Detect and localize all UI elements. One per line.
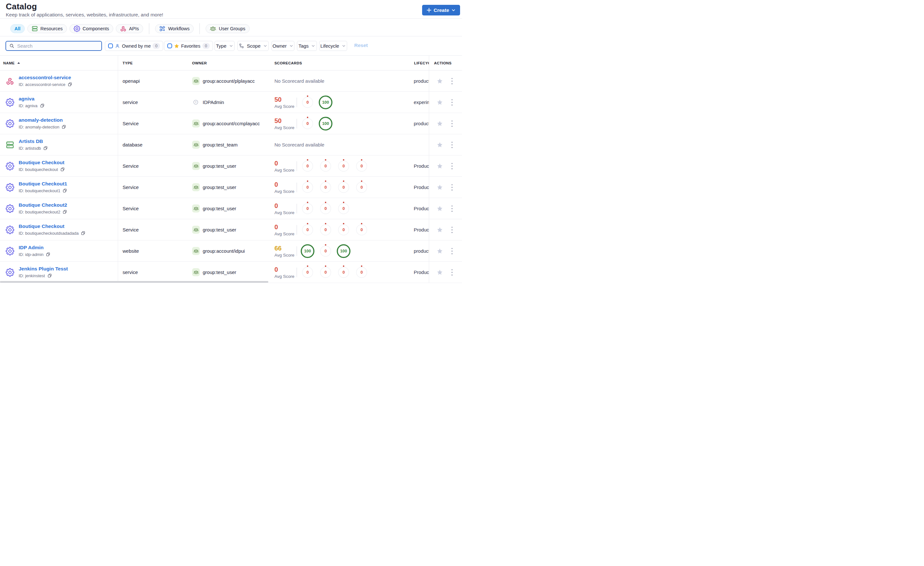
scorecard-circle[interactable]: 100 bbox=[336, 244, 351, 259]
copy-icon[interactable] bbox=[40, 103, 45, 108]
kebab-menu-button[interactable] bbox=[450, 247, 454, 255]
kebab-menu-button[interactable] bbox=[450, 162, 454, 170]
scorecard-circle[interactable]: 100 bbox=[300, 244, 315, 259]
copy-icon[interactable] bbox=[60, 167, 65, 172]
avg-score-value: 0 bbox=[274, 223, 297, 230]
kebab-menu-button[interactable] bbox=[450, 184, 454, 191]
scorecard-circle[interactable]: 0 bbox=[318, 180, 333, 195]
scorecard-circle[interactable]: 0 bbox=[300, 265, 315, 280]
scorecard-circle[interactable]: 0 bbox=[336, 201, 351, 216]
kebab-menu-button[interactable] bbox=[450, 98, 454, 106]
copy-icon[interactable] bbox=[62, 209, 67, 214]
scorecard-circle[interactable]: 0 bbox=[336, 265, 351, 280]
filter-dropdown-owner[interactable]: Owner bbox=[272, 41, 294, 51]
entity-id: ID: agniva bbox=[19, 103, 45, 108]
entity-name-link[interactable]: accesscontrol-service bbox=[19, 74, 71, 80]
scorecard-circle[interactable]: 0 bbox=[318, 201, 333, 216]
filter-dropdown-tags[interactable]: Tags bbox=[297, 41, 317, 51]
scorecard-circle[interactable]: 0 bbox=[354, 180, 369, 195]
kebab-menu-button[interactable] bbox=[450, 77, 454, 85]
scorecard-circle[interactable]: 0 bbox=[300, 201, 315, 216]
filter-dropdown-lifecycle[interactable]: Lifecycle bbox=[319, 41, 347, 51]
entity-id-text: ID: jenkinstest bbox=[19, 273, 45, 278]
entity-id: ID: accesscontrol-service bbox=[19, 82, 72, 87]
scorecard-circle[interactable]: 0 bbox=[300, 159, 315, 173]
entity-name-link[interactable]: Artists DB bbox=[19, 138, 43, 144]
scorecard-circle[interactable]: 0 bbox=[354, 223, 369, 237]
kebab-menu-button[interactable] bbox=[450, 205, 454, 212]
entity-name-link[interactable]: Boutique Checkout1 bbox=[19, 180, 67, 187]
entity-id: ID: anomaly-detection bbox=[19, 124, 66, 129]
favorite-star-button[interactable] bbox=[436, 269, 443, 276]
scorecard-circle[interactable]: 0 bbox=[354, 265, 369, 280]
kebab-menu-button[interactable] bbox=[450, 141, 454, 149]
favorite-star-button[interactable] bbox=[436, 78, 443, 85]
entity-name-link[interactable]: agniva bbox=[19, 95, 34, 102]
search-box[interactable] bbox=[6, 41, 102, 51]
create-button[interactable]: Create bbox=[422, 5, 460, 15]
column-header-name[interactable]: NAME bbox=[3, 56, 20, 70]
entity-name-link[interactable]: Boutique Checkout2 bbox=[19, 202, 67, 208]
favorites-filter[interactable]: Favorites 0 bbox=[164, 41, 213, 51]
owned-by-me-checkbox[interactable] bbox=[108, 44, 113, 48]
tab-apis[interactable]: APIs bbox=[116, 24, 143, 33]
favorite-star-button[interactable] bbox=[436, 184, 443, 191]
favorite-star-button[interactable] bbox=[436, 226, 443, 233]
entity-name-link[interactable]: Jenkins Plugin Tesst bbox=[19, 265, 68, 272]
favorite-star-button[interactable] bbox=[436, 142, 443, 148]
tab-resources[interactable]: Resources bbox=[27, 24, 67, 33]
scorecard-circle[interactable]: 100 bbox=[318, 95, 333, 110]
copy-icon[interactable] bbox=[47, 273, 52, 278]
kebab-menu-button[interactable] bbox=[450, 226, 454, 234]
scorecard-circle[interactable]: 0 bbox=[300, 95, 315, 110]
tab-components[interactable]: Components bbox=[69, 24, 113, 33]
entity-name-link[interactable]: Boutique Checkout bbox=[19, 223, 64, 229]
entity-name-link[interactable]: IDP Admin bbox=[19, 244, 44, 250]
tab-workflows[interactable]: Workflows bbox=[155, 24, 194, 33]
filter-dropdown-type[interactable]: Type bbox=[214, 41, 234, 51]
scorecard-circles: 1000100 bbox=[297, 244, 351, 259]
scrollbar-thumb[interactable] bbox=[0, 281, 268, 283]
copy-icon[interactable] bbox=[62, 188, 67, 193]
scorecard-circle[interactable]: 0 bbox=[336, 180, 351, 195]
scorecard-circle[interactable]: 0 bbox=[318, 223, 333, 237]
scorecard-circle[interactable]: 0 bbox=[300, 180, 315, 195]
owned-by-me-filter[interactable]: Owned by me 0 bbox=[105, 41, 163, 51]
table-header: NAME TYPE OWNER SCORECARDS LIFECYCLE ACT… bbox=[0, 56, 462, 71]
tab-user-groups[interactable]: User Groups bbox=[206, 24, 249, 33]
copy-icon[interactable] bbox=[62, 125, 66, 129]
favorite-star-button[interactable] bbox=[436, 248, 443, 255]
avg-score-value: 0 bbox=[274, 266, 297, 273]
reset-button[interactable]: Reset bbox=[354, 42, 368, 48]
favorite-star-button[interactable] bbox=[436, 205, 443, 212]
scorecard-circle[interactable]: 0 bbox=[300, 116, 315, 131]
copy-icon[interactable] bbox=[81, 231, 86, 236]
kebab-menu-button[interactable] bbox=[450, 268, 454, 276]
tab-all[interactable]: All bbox=[10, 24, 25, 33]
filter-dropdown-scope[interactable]: Scope bbox=[237, 41, 268, 51]
scorecard-circle[interactable]: 0 bbox=[336, 159, 351, 173]
entity-name-link[interactable]: Boutique Checkout bbox=[19, 159, 64, 166]
scorecard-circle[interactable]: 0 bbox=[336, 223, 351, 237]
scorecard-circle[interactable]: 0 bbox=[318, 159, 333, 173]
copy-icon[interactable] bbox=[68, 82, 72, 87]
column-header-type: TYPE bbox=[123, 56, 133, 70]
scorecard-circle[interactable]: 100 bbox=[318, 116, 333, 131]
favorite-star-button[interactable] bbox=[436, 163, 443, 170]
scorecard-circles: 0000 bbox=[297, 180, 369, 195]
avg-score-label: Avg Score bbox=[274, 168, 297, 173]
scorecard-circle[interactable]: 0 bbox=[300, 223, 315, 237]
entity-name-link[interactable]: anomaly-detection bbox=[19, 117, 63, 123]
scorecard-circle[interactable]: 0 bbox=[354, 159, 369, 173]
dropdown-label: Scope bbox=[247, 43, 261, 49]
favorite-star-button[interactable] bbox=[436, 120, 443, 127]
scorecard-circle[interactable]: 0 bbox=[318, 244, 333, 259]
horizontal-scrollbar[interactable] bbox=[0, 280, 462, 283]
kebab-menu-button[interactable] bbox=[450, 120, 454, 128]
favorites-checkbox[interactable] bbox=[167, 44, 172, 48]
search-input[interactable] bbox=[17, 43, 98, 49]
scorecard-circle[interactable]: 0 bbox=[318, 265, 333, 280]
copy-icon[interactable] bbox=[43, 146, 48, 151]
favorite-star-button[interactable] bbox=[436, 99, 443, 106]
copy-icon[interactable] bbox=[46, 252, 51, 257]
